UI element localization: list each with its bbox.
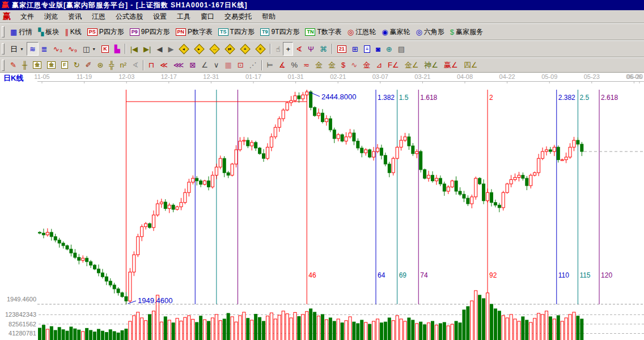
menu-item-3[interactable]: 江恩 bbox=[87, 11, 111, 23]
pattern-tool[interactable]: ⌘ bbox=[317, 42, 330, 56]
t-square-button[interactable]: TST四方形 bbox=[215, 25, 257, 39]
menu-item-4[interactable]: 公式选股 bbox=[111, 11, 148, 23]
menu-item-5[interactable]: 设置 bbox=[148, 11, 172, 23]
pan-hand-tool[interactable]: ☝ bbox=[273, 42, 283, 56]
menu-item-9[interactable]: 帮助 bbox=[257, 11, 281, 23]
mdi-system-menu-icon[interactable]: 赢 bbox=[3, 11, 11, 22]
gann-time-lines[interactable]: 461.382641.5691.618742922.3821102.51152.… bbox=[126, 90, 618, 304]
dense-grid-tool[interactable]: ╬ bbox=[106, 58, 117, 72]
percent-tool[interactable]: % bbox=[289, 58, 301, 72]
wave-tool[interactable]: ∿ bbox=[348, 58, 360, 72]
gold-section2-tool[interactable]: 金 bbox=[44, 58, 58, 72]
gann-wheel-button[interactable]: ◎江恩轮 bbox=[345, 25, 379, 39]
expand-horizontal-button[interactable]: ↔ bbox=[207, 42, 222, 56]
gold-line-tool[interactable]: 金 bbox=[325, 58, 338, 72]
clamp-tool[interactable]: Ψ bbox=[305, 42, 317, 56]
kline-mode-toggle[interactable]: K bbox=[99, 42, 112, 56]
shen-angle-tool[interactable]: 神∠ bbox=[421, 58, 441, 72]
vertical-grid-tool[interactable]: ╫ bbox=[19, 58, 30, 72]
price-scale-tool[interactable]: ⊨ bbox=[264, 58, 276, 72]
percent-lines-tool[interactable]: ≂ bbox=[300, 58, 312, 72]
p-square-button[interactable]: PSP四方形 bbox=[84, 25, 127, 39]
winner-wheel-button[interactable]: ◉赢家轮 bbox=[379, 25, 413, 39]
shift-right-button[interactable]: ▸ bbox=[192, 42, 207, 56]
pencil-tool[interactable]: ✎ bbox=[7, 58, 19, 72]
volume-style-toggle[interactable]: ▙ bbox=[112, 42, 123, 56]
menu-item-7[interactable]: 窗口 bbox=[196, 11, 219, 23]
gold-lines-red-tool[interactable]: 金 bbox=[360, 58, 373, 72]
period-day-selector[interactable]: 日▼ bbox=[7, 42, 27, 56]
step-forward-button[interactable]: ▶ bbox=[165, 42, 176, 56]
angle-j-tool[interactable]: ⊿ bbox=[373, 58, 385, 72]
gann-fan-red-tool[interactable]: ≪ bbox=[157, 58, 171, 72]
chart-area[interactable]: 11-0511-1912-0312-1712-3101-1701-3102-21… bbox=[0, 73, 644, 340]
calculator-button[interactable]: ⊞ bbox=[349, 42, 361, 56]
kline-chart[interactable]: 11-0511-1912-0312-1712-3101-1701-3102-21… bbox=[0, 73, 644, 340]
annotate-pencil-tool[interactable]: ✐ bbox=[83, 58, 95, 72]
print-button[interactable]: ▤ bbox=[395, 42, 408, 56]
info-panel-toggle[interactable]: ≣ bbox=[39, 42, 50, 56]
gold-circle-tool[interactable]: 金 bbox=[312, 58, 325, 72]
compress-horizontal-button[interactable]: ⇄ bbox=[222, 42, 238, 56]
n-square-tool[interactable]: n² bbox=[117, 58, 130, 72]
gold-section-tool[interactable]: 金 bbox=[30, 58, 44, 72]
first-page-button[interactable]: |◀ bbox=[128, 42, 141, 56]
zoom-out-button[interactable]: ✳ bbox=[253, 42, 268, 56]
box-arrow-tool[interactable]: ⊡ bbox=[235, 58, 247, 72]
menu-item-8[interactable]: 交易委托 bbox=[219, 11, 257, 23]
fan-angle-tool[interactable]: ∢ bbox=[129, 58, 141, 72]
volume-bars[interactable] bbox=[39, 291, 583, 340]
win-angle-tool[interactable]: 赢∠ bbox=[441, 58, 461, 72]
circle-grid-tool[interactable]: ⊛ bbox=[94, 58, 106, 72]
angle-line-tool[interactable]: ∠ bbox=[198, 58, 211, 72]
wave3-indicator-button-icon: ∿₃ bbox=[53, 45, 62, 53]
grid-box-tool[interactable]: ▦ bbox=[222, 58, 234, 72]
box-measure-tool[interactable]: ⊓ bbox=[146, 58, 157, 72]
candle-style-selector[interactable]: ◫▼ bbox=[80, 42, 99, 56]
toolbar-handle[interactable] bbox=[2, 43, 5, 54]
service-button[interactable]: $赢家服务 bbox=[447, 25, 486, 39]
toolbar-handle[interactable] bbox=[2, 26, 5, 37]
last-page-button[interactable]: ▶| bbox=[141, 42, 154, 56]
menu-item-6[interactable]: 工具 bbox=[172, 11, 196, 23]
network-button[interactable]: ⊕ bbox=[383, 42, 395, 56]
menu-item-0[interactable]: 文件 bbox=[15, 11, 39, 23]
date-axis: 11-0511-1912-0312-1712-3101-1701-3102-21… bbox=[34, 73, 644, 83]
zoom-in-button[interactable]: + bbox=[238, 42, 253, 56]
kline-button[interactable]: ∥K线 bbox=[62, 25, 84, 39]
toolbar-separator bbox=[143, 60, 144, 70]
wave3-indicator-button[interactable]: ∿₃ bbox=[50, 42, 65, 56]
save-button[interactable]: ◙ bbox=[373, 42, 383, 56]
four-angle-tool[interactable]: 四∠ bbox=[461, 58, 481, 72]
gold-angle-tool[interactable]: 金∠ bbox=[402, 58, 422, 72]
check-line-tool[interactable]: ∨ bbox=[211, 58, 222, 72]
menu-item-2[interactable]: 资讯 bbox=[63, 11, 87, 23]
t-number-button[interactable]: TNT数字表 bbox=[302, 25, 344, 39]
quotes-button[interactable]: ▦行情 bbox=[7, 25, 35, 39]
fibonacci-f-tool[interactable]: F bbox=[58, 58, 71, 72]
memo-button[interactable]: ≡ bbox=[361, 42, 373, 56]
gann-box-tool[interactable]: ⊠ bbox=[187, 58, 198, 72]
t9-square-button[interactable]: T99T四方形 bbox=[257, 25, 303, 39]
wave9-indicator-button[interactable]: ∿₉ bbox=[65, 42, 80, 56]
menu-item-1[interactable]: 浏览 bbox=[39, 11, 63, 23]
calendar-button[interactable]: 21 bbox=[334, 42, 349, 56]
f-angle-tool[interactable]: F∠ bbox=[385, 58, 402, 72]
toolbar-handle[interactable] bbox=[2, 60, 5, 71]
wave-overlay-toggle[interactable]: ≋ bbox=[27, 42, 39, 56]
crosshair-tool[interactable]: + bbox=[283, 42, 293, 56]
spiral-tool[interactable]: ↻ bbox=[71, 58, 83, 72]
gann-fan-purple-tool[interactable]: ⋘ bbox=[171, 58, 187, 72]
shift-left-button[interactable]: ◂ bbox=[176, 42, 192, 56]
pattern-tool-icon: ⌘ bbox=[320, 45, 327, 53]
p9-square-button[interactable]: P99P四方形 bbox=[127, 25, 173, 39]
angle-measure-tool[interactable]: ∢ bbox=[293, 42, 305, 56]
hexagon-button[interactable]: ◎六角形 bbox=[413, 25, 447, 39]
parallel-lines-tool[interactable]: ⋰ bbox=[247, 58, 260, 72]
blocks-button[interactable]: ▚板块 bbox=[35, 25, 62, 39]
step-back-button[interactable]: ◀ bbox=[154, 42, 165, 56]
money-pencil-tool[interactable]: $ bbox=[338, 58, 348, 72]
f-angle-tool-icon: F∠ bbox=[388, 61, 399, 69]
percent-angle-tool[interactable]: ∡ bbox=[276, 58, 289, 72]
p-number-button[interactable]: PNP数字表 bbox=[173, 25, 216, 39]
